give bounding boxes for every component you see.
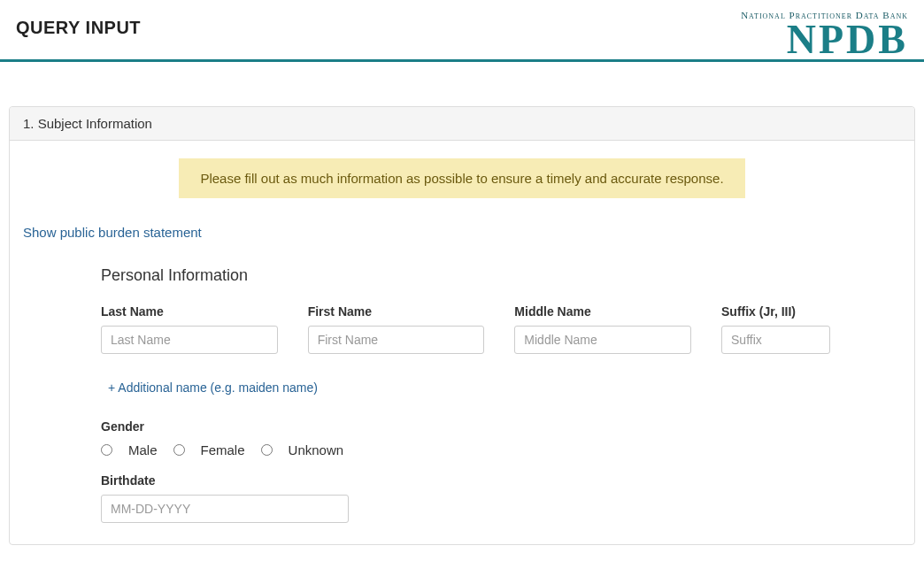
- last-name-input[interactable]: [101, 326, 278, 354]
- gender-group: Male Female Unknown: [101, 442, 830, 457]
- panel-heading: 1. Subject Information: [10, 107, 914, 141]
- section-title: Personal Information: [101, 266, 830, 285]
- public-burden-link[interactable]: Show public burden statement: [23, 225, 202, 240]
- name-field-row: Last Name First Name Middle Name Suffix …: [101, 304, 830, 354]
- content-area: 1. Subject Information Please fill out a…: [0, 62, 924, 545]
- middle-name-input[interactable]: [514, 326, 691, 354]
- last-name-label: Last Name: [101, 304, 278, 319]
- gender-option-female: Female: [173, 442, 245, 457]
- gender-option-male: Male: [101, 442, 158, 457]
- first-name-label: First Name: [308, 304, 485, 319]
- middle-name-label: Middle Name: [514, 304, 691, 319]
- logo-block: National Practitioner Data Bank NPDB: [741, 10, 908, 59]
- gender-radio-unknown[interactable]: [261, 444, 273, 456]
- logo-text: NPDB: [787, 20, 908, 59]
- page-title: QUERY INPUT: [16, 18, 141, 59]
- gender-label: Gender: [101, 419, 830, 434]
- gender-option-unknown: Unknown: [261, 442, 344, 457]
- last-name-col: Last Name: [101, 304, 278, 354]
- first-name-input[interactable]: [308, 326, 485, 354]
- birthdate-input[interactable]: [101, 495, 349, 523]
- page-header: QUERY INPUT National Practitioner Data B…: [0, 0, 924, 62]
- gender-unknown-label: Unknown: [289, 442, 344, 457]
- form-area: Personal Information Last Name First Nam…: [23, 266, 901, 523]
- first-name-col: First Name: [308, 304, 485, 354]
- additional-name-link[interactable]: + Additional name (e.g. maiden name): [108, 380, 318, 395]
- middle-name-col: Middle Name: [514, 304, 691, 354]
- suffix-col: Suffix (Jr, III): [721, 304, 830, 354]
- birthdate-label: Birthdate: [101, 473, 830, 488]
- suffix-input[interactable]: [721, 326, 830, 354]
- info-alert: Please fill out as much information as p…: [179, 158, 745, 198]
- suffix-label: Suffix (Jr, III): [721, 304, 830, 319]
- gender-female-label: Female: [201, 442, 245, 457]
- gender-radio-male[interactable]: [101, 444, 112, 456]
- gender-radio-female[interactable]: [173, 444, 185, 456]
- gender-male-label: Male: [128, 442, 158, 457]
- subject-info-panel: 1. Subject Information Please fill out a…: [9, 106, 915, 545]
- panel-body: Please fill out as much information as p…: [10, 141, 914, 544]
